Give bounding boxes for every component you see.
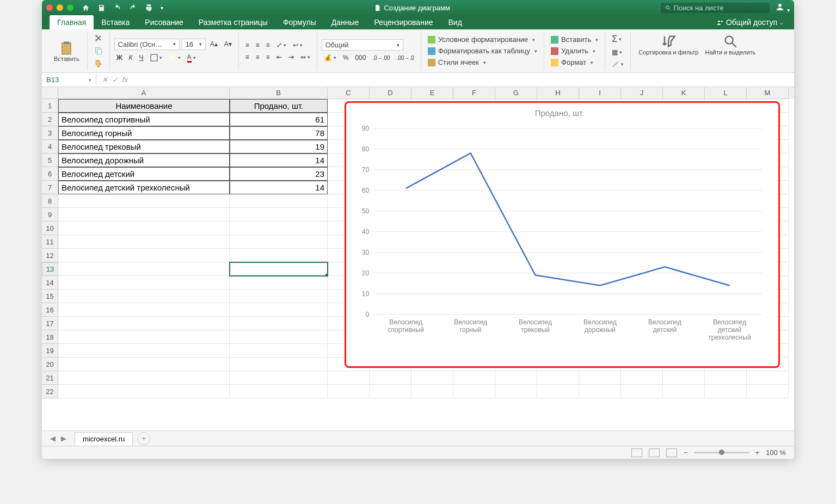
cell[interactable] xyxy=(370,371,411,385)
cell[interactable] xyxy=(230,371,328,385)
row-header[interactable]: 16 xyxy=(42,303,58,317)
cell[interactable] xyxy=(58,290,230,303)
cell[interactable] xyxy=(537,385,579,398)
share-button[interactable]: Общий доступ ⌵ xyxy=(711,15,789,29)
align-right-icon[interactable]: ≡ xyxy=(264,52,272,62)
cell[interactable] xyxy=(58,303,230,317)
select-all-corner[interactable] xyxy=(42,87,58,99)
cell[interactable] xyxy=(58,330,230,344)
increase-font-icon[interactable]: A▴ xyxy=(208,39,220,49)
cell[interactable]: Велосипед спортивный xyxy=(58,113,230,126)
col-header[interactable]: I xyxy=(579,87,621,99)
col-header[interactable]: K xyxy=(663,87,705,99)
cell[interactable] xyxy=(230,262,328,276)
insert-cells-button[interactable]: Вставить xyxy=(549,34,600,45)
autosum-icon[interactable]: Σ xyxy=(610,33,624,45)
cell[interactable] xyxy=(411,385,453,398)
cell[interactable]: 61 xyxy=(230,113,328,126)
zoom-slider[interactable] xyxy=(694,452,749,453)
tab-главная[interactable]: Главная xyxy=(50,15,94,29)
font-name-select[interactable]: Calibri (Осн…▾ xyxy=(114,39,180,50)
cut-icon[interactable] xyxy=(92,33,105,44)
row-header[interactable]: 4 xyxy=(42,140,58,153)
cell[interactable]: Велосипед детский трехколесный xyxy=(58,181,230,194)
close-icon[interactable] xyxy=(46,4,53,11)
cell[interactable] xyxy=(621,385,663,398)
cell[interactable] xyxy=(58,371,230,385)
paste-button[interactable]: Вставить xyxy=(51,38,83,64)
page-layout-view-icon[interactable] xyxy=(649,448,660,457)
copy-icon[interactable] xyxy=(92,45,105,56)
format-cells-button[interactable]: Формат xyxy=(549,57,600,68)
name-box[interactable]: B13▾ xyxy=(42,74,96,85)
accept-formula-icon[interactable]: ✓ xyxy=(112,76,118,84)
tab-рецензирование[interactable]: Рецензирование xyxy=(366,15,440,29)
align-left-icon[interactable]: ≡ xyxy=(243,52,251,62)
page-break-view-icon[interactable] xyxy=(666,448,677,457)
col-header[interactable]: M xyxy=(747,87,789,99)
cell[interactable] xyxy=(230,208,328,222)
window-controls[interactable] xyxy=(46,4,73,11)
italic-button[interactable]: К xyxy=(127,53,135,63)
tab-вид[interactable]: Вид xyxy=(441,15,470,29)
currency-icon[interactable]: 💰 xyxy=(322,53,339,63)
cell[interactable]: Продано, шт. xyxy=(230,99,328,113)
border-button[interactable] xyxy=(148,53,164,63)
cell[interactable]: 14 xyxy=(230,153,328,167)
tab-рисование[interactable]: Рисование xyxy=(137,15,191,29)
cell[interactable] xyxy=(328,371,370,385)
cell[interactable] xyxy=(230,344,328,358)
row-header[interactable]: 10 xyxy=(42,222,58,235)
cell[interactable]: 78 xyxy=(230,126,328,140)
comma-icon[interactable]: 000 xyxy=(353,53,368,63)
row-header[interactable]: 1 xyxy=(42,99,58,113)
align-center-icon[interactable]: ≡ xyxy=(254,52,262,62)
sheet-prev-icon[interactable]: ◀ xyxy=(47,434,58,442)
cell[interactable] xyxy=(747,371,789,385)
cell[interactable] xyxy=(495,371,537,385)
cell[interactable] xyxy=(747,385,789,398)
cell[interactable] xyxy=(230,276,328,290)
row-header[interactable]: 7 xyxy=(42,181,58,194)
tab-разметка страницы[interactable]: Разметка страницы xyxy=(191,15,275,29)
cell[interactable] xyxy=(58,208,230,222)
redo-icon[interactable] xyxy=(129,4,137,12)
tab-формулы[interactable]: Формулы xyxy=(275,15,324,29)
cell[interactable] xyxy=(411,371,453,385)
col-header[interactable]: G xyxy=(495,87,537,99)
tab-вставка[interactable]: Вставка xyxy=(94,15,137,29)
cell[interactable]: Наименование xyxy=(58,99,230,113)
fill-icon[interactable]: ▦ xyxy=(610,47,624,57)
conditional-formatting-button[interactable]: Условное форматирование xyxy=(426,34,539,45)
row-header[interactable]: 14 xyxy=(42,276,58,290)
number-format-select[interactable]: Общий▾ xyxy=(322,39,403,51)
home-icon[interactable] xyxy=(82,4,90,12)
cell[interactable] xyxy=(621,371,663,385)
increase-indent-icon[interactable]: ⇥ xyxy=(286,52,296,62)
cell[interactable] xyxy=(58,262,230,276)
row-header[interactable]: 11 xyxy=(42,235,58,249)
spreadsheet-grid[interactable]: ABCDEFGHIJKLM 12345678910111213141516171… xyxy=(42,87,794,431)
undo-icon[interactable] xyxy=(113,4,121,12)
cell[interactable] xyxy=(230,385,328,398)
col-header[interactable]: D xyxy=(370,87,411,99)
sort-filter-button[interactable]: Сортировка и фильтр xyxy=(635,32,702,70)
minimize-icon[interactable] xyxy=(57,4,63,11)
cell[interactable]: 14 xyxy=(230,181,328,194)
row-header[interactable]: 5 xyxy=(42,153,58,167)
row-header[interactable]: 22 xyxy=(42,385,58,398)
row-header[interactable]: 17 xyxy=(42,317,58,330)
save-icon[interactable] xyxy=(97,4,106,12)
row-header[interactable]: 15 xyxy=(42,290,58,303)
row-header[interactable]: 18 xyxy=(42,330,58,344)
cell-styles-button[interactable]: Стили ячеек xyxy=(426,57,539,68)
cell[interactable]: 23 xyxy=(230,167,328,181)
col-header[interactable]: F xyxy=(453,87,495,99)
col-header[interactable]: L xyxy=(705,87,747,99)
print-icon[interactable] xyxy=(145,4,153,12)
cell[interactable] xyxy=(230,303,328,317)
row-header[interactable]: 2 xyxy=(42,113,58,126)
cell[interactable] xyxy=(230,330,328,344)
row-header[interactable]: 20 xyxy=(42,358,58,371)
cell[interactable] xyxy=(58,249,230,262)
